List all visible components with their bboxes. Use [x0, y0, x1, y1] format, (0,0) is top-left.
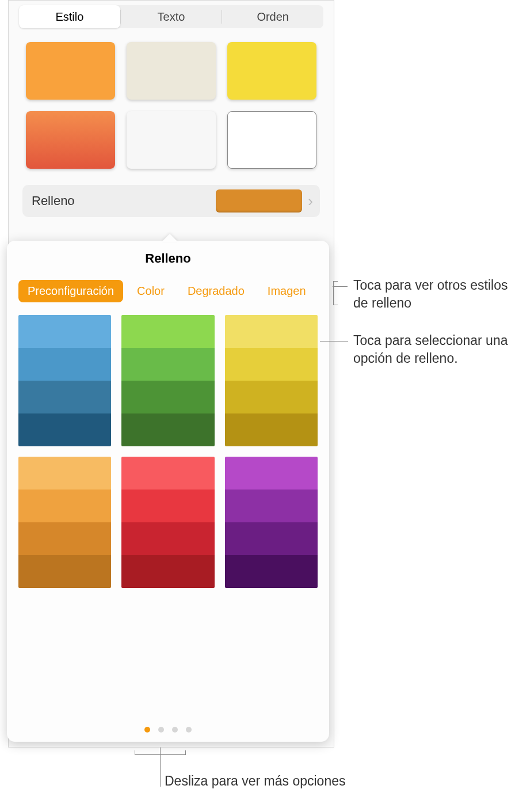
chevron-right-icon[interactable]: › — [308, 192, 313, 210]
style-swatch-2[interactable] — [227, 42, 316, 100]
preset-swatch-2[interactable] — [225, 315, 318, 446]
style-swatch-5[interactable] — [227, 111, 316, 169]
callout-line — [160, 748, 161, 787]
preset-band — [121, 522, 214, 555]
callout-pager: Desliza para ver más opciones — [165, 772, 345, 790]
callout-line — [320, 341, 348, 342]
style-swatch-4[interactable] — [127, 111, 216, 169]
callout-bracket-top — [333, 281, 338, 282]
page-indicator[interactable] — [7, 727, 329, 733]
preset-band — [121, 457, 214, 490]
fill-popover: Relleno PreconfiguraciónColorDegradadoIm… — [7, 241, 329, 742]
fill-color-chip[interactable] — [216, 189, 302, 213]
callout-tabs: Toca para ver otros estilos de relleno — [353, 276, 509, 312]
preset-band — [18, 381, 111, 413]
callout-bracket — [333, 281, 334, 305]
preset-band — [18, 315, 111, 348]
preset-band — [18, 457, 111, 490]
preset-swatch-3[interactable] — [18, 457, 111, 588]
preset-band — [18, 413, 111, 446]
fill-tab-color[interactable]: Color — [128, 280, 174, 302]
fill-label: Relleno — [32, 193, 75, 208]
callout-swatch: Toca para seleccionar una opción de rell… — [353, 332, 509, 367]
callout-bracket-bot — [333, 305, 338, 305]
tab-order[interactable]: Orden — [222, 5, 323, 28]
callout-line — [333, 286, 348, 287]
fill-row[interactable]: Relleno › — [22, 185, 320, 217]
style-swatch-1[interactable] — [127, 42, 216, 100]
fill-tab-image[interactable]: Imagen — [258, 280, 315, 302]
tab-text[interactable]: Texto — [121, 5, 222, 28]
style-presets-grid — [26, 42, 316, 169]
preset-band — [18, 522, 111, 555]
preset-band — [225, 315, 318, 348]
popover-arrow — [162, 234, 178, 242]
preset-band — [121, 490, 214, 522]
page-dot-0[interactable] — [144, 727, 150, 733]
preset-band — [225, 490, 318, 522]
preset-band — [225, 413, 318, 446]
fill-type-tabs: PreconfiguraciónColorDegradadoImagen — [18, 280, 318, 302]
page-dot-2[interactable] — [172, 727, 178, 733]
preset-swatch-1[interactable] — [121, 315, 214, 446]
fill-tab-gradient[interactable]: Degradado — [178, 280, 254, 302]
page-dot-3[interactable] — [186, 727, 192, 733]
preset-swatch-0[interactable] — [18, 315, 111, 446]
preset-band — [225, 457, 318, 490]
tab-style[interactable]: Estilo — [19, 5, 120, 28]
popover-title: Relleno — [18, 251, 318, 266]
preset-band — [121, 315, 214, 348]
fill-tab-preset[interactable]: Preconfiguración — [18, 280, 123, 302]
preset-band — [225, 522, 318, 555]
preset-band — [18, 490, 111, 522]
preset-band — [18, 348, 111, 381]
preset-swatch-5[interactable] — [225, 457, 318, 588]
callout-bracket-h — [135, 754, 186, 755]
page-dot-1[interactable] — [158, 727, 164, 733]
preset-swatch-4[interactable] — [121, 457, 214, 588]
style-swatch-0[interactable] — [26, 42, 115, 100]
preset-band — [18, 555, 111, 588]
preset-band — [121, 348, 214, 381]
preset-band — [225, 348, 318, 381]
preset-band — [121, 381, 214, 413]
format-tabs: Estilo Texto Orden — [19, 5, 323, 28]
preset-band — [225, 555, 318, 588]
style-swatch-3[interactable] — [26, 111, 115, 169]
preset-band — [121, 413, 214, 446]
preset-band — [225, 381, 318, 413]
preset-band — [121, 555, 214, 588]
preset-grid — [18, 315, 318, 588]
